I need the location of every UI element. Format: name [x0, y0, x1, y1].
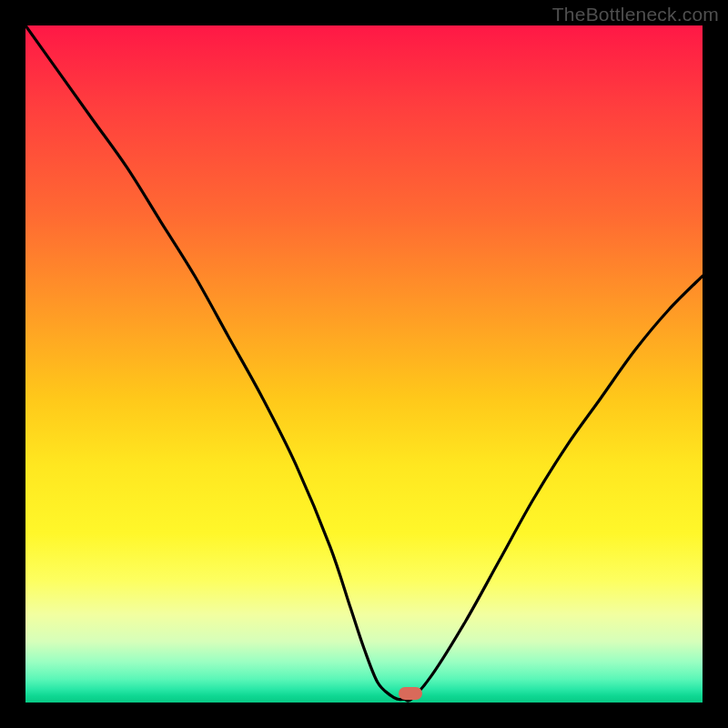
plot-area: [25, 25, 703, 703]
watermark-text: TheBottleneck.com: [552, 4, 719, 25]
optimum-marker: [399, 687, 422, 700]
bottleneck-curve: [25, 25, 703, 703]
chart-frame: TheBottleneck.com: [0, 0, 728, 728]
